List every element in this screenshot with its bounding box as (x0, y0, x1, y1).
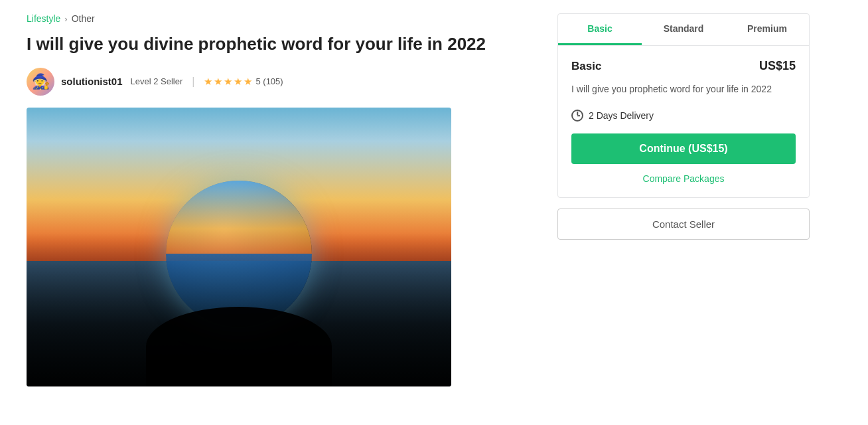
gig-image-visual (27, 108, 451, 386)
breadcrumb-lifestyle[interactable]: Lifestyle (27, 13, 60, 24)
tab-basic[interactable]: Basic (558, 14, 642, 45)
delivery-text: 2 Days Delivery (589, 110, 654, 121)
package-tabs: Basic Standard Premium (558, 14, 809, 46)
star-3: ★ (224, 76, 232, 88)
crystal-ball (166, 181, 312, 327)
left-column: Lifestyle › Other I will give you divine… (27, 13, 531, 386)
package-description: I will give you prophetic word for your … (571, 82, 796, 96)
compare-packages-link[interactable]: Compare Packages (571, 173, 796, 184)
package-card: Basic Standard Premium Basic US$15 I wil… (557, 13, 810, 198)
contact-seller-button[interactable]: Contact Seller (557, 209, 810, 240)
seller-info: 🧙 solutionist01 Level 2 Seller | ★ ★ ★ ★… (27, 68, 531, 96)
star-5: ★ (244, 76, 252, 88)
review-count-text: (105) (263, 76, 283, 86)
seller-level: Level 2 Seller (131, 76, 183, 86)
continue-button[interactable]: Continue (US$15) (571, 133, 796, 164)
gig-title: I will give you divine prophetic word fo… (27, 33, 531, 56)
breadcrumb-other: Other (72, 13, 95, 24)
package-price: US$15 (759, 59, 796, 73)
hand-silhouette (146, 307, 332, 386)
breadcrumb: Lifestyle › Other (27, 13, 531, 24)
star-2: ★ (214, 76, 222, 88)
tab-premium[interactable]: Premium (725, 14, 809, 45)
breadcrumb-separator: › (64, 14, 67, 24)
star-rating: ★ ★ ★ ★ ★ 5 (105) (204, 76, 283, 88)
divider: | (192, 76, 194, 88)
ball-sky (166, 181, 312, 261)
right-column: Basic Standard Premium Basic US$15 I wil… (557, 13, 810, 386)
star-4: ★ (234, 76, 242, 88)
seller-name[interactable]: solutionist01 (61, 76, 123, 87)
star-1: ★ (204, 76, 212, 88)
package-content: Basic US$15 I will give you prophetic wo… (558, 46, 809, 197)
avatar: 🧙 (27, 68, 54, 96)
review-count: 5 (105) (255, 76, 283, 86)
delivery-info: 2 Days Delivery (571, 110, 796, 122)
package-header: Basic US$15 (571, 59, 796, 73)
gig-image (27, 108, 451, 386)
rating-value: 5 (255, 76, 260, 86)
clock-icon (571, 110, 583, 122)
package-name: Basic (571, 60, 601, 73)
tab-standard[interactable]: Standard (642, 14, 725, 45)
